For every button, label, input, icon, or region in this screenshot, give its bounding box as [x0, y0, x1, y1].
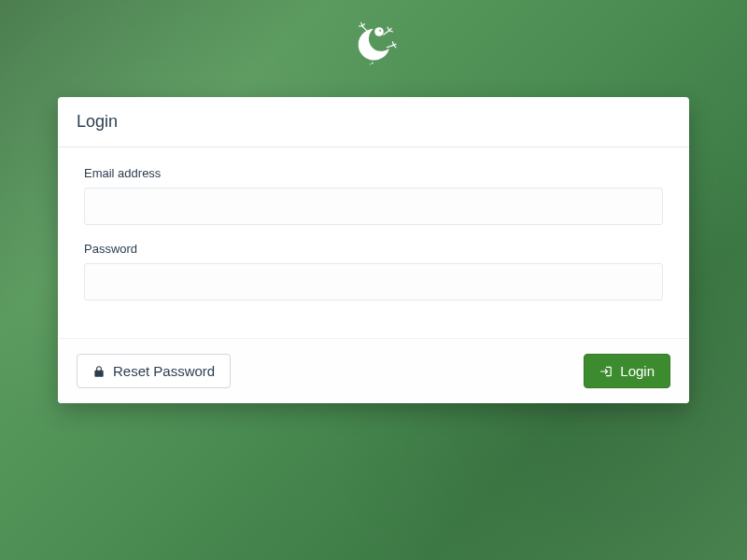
svg-point-3 — [370, 63, 371, 64]
svg-point-2 — [372, 63, 374, 64]
password-field[interactable] — [84, 263, 663, 301]
svg-point-0 — [374, 27, 384, 36]
password-group: Password — [84, 242, 663, 301]
reset-password-button[interactable]: Reset Password — [77, 354, 231, 388]
password-label: Password — [84, 242, 663, 256]
brand-logo — [345, 21, 402, 77]
email-group: Email address — [84, 166, 663, 225]
signin-icon — [599, 365, 613, 378]
svg-point-1 — [379, 30, 381, 32]
email-field[interactable] — [84, 188, 663, 225]
login-button-label: Login — [620, 363, 655, 379]
card-title: Login — [77, 112, 670, 132]
email-label: Email address — [84, 166, 663, 180]
login-button[interactable]: Login — [584, 354, 670, 388]
card-body: Email address Password — [58, 147, 689, 338]
login-card: Login Email address Password Reset Passw… — [58, 97, 689, 403]
card-header: Login — [58, 97, 689, 147]
lock-icon — [92, 365, 106, 378]
gecko-icon — [345, 21, 402, 77]
reset-password-label: Reset Password — [113, 363, 215, 379]
card-footer: Reset Password Login — [58, 338, 689, 403]
